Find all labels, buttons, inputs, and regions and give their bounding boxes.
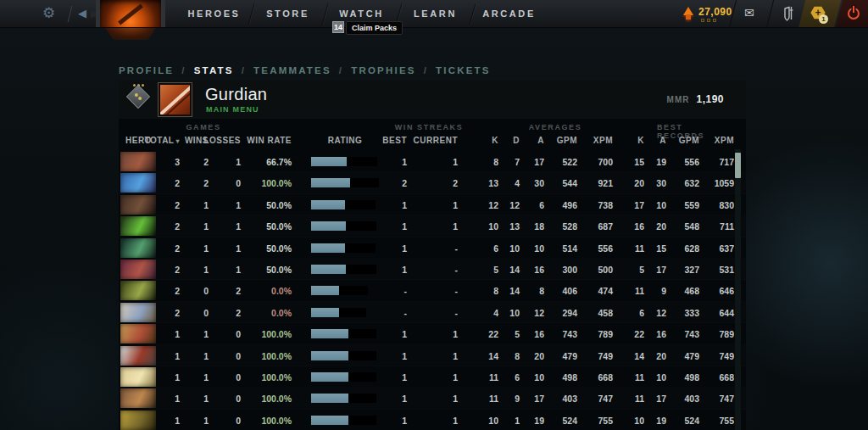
table-row[interactable]: 21150.0%1-51416300500517327531 [119,259,746,280]
nav-item-store[interactable]: STORE [251,0,325,28]
cell-a: 17 [534,157,544,167]
nav-back-icon[interactable]: ◀ [78,7,86,20]
shards-balance: 27,090 [698,6,732,18]
hero-icon[interactable] [120,152,156,171]
table-row[interactable]: 110100.0%11116104986681110498668 [119,366,746,388]
cell-rgpm: 479 [684,351,699,361]
hero-icon[interactable] [120,303,156,322]
rating-bar-fill [311,243,345,253]
cell-d: 10 [509,243,520,254]
table-row[interactable]: 220100.0%221343054492120306321059 [119,172,746,193]
cell-rxpm: 531 [719,265,734,275]
col-header-total[interactable]: TOTAL▾ [145,136,180,145]
cell-k: 12 [488,200,498,210]
dota-logo-tile[interactable] [96,0,165,28]
table-row[interactable]: 110100.0%11101195247551019524755 [119,410,746,430]
cell-k: 8 [493,157,498,167]
cell-d: 7 [515,157,520,167]
col-header-rec-gpm[interactable]: GPM [679,136,699,145]
cell-rk: 5 [639,265,644,275]
mmr-display: MMR 1,190 [667,93,724,105]
hero-icon[interactable] [120,346,156,366]
cell-rxpm: 646 [719,286,734,296]
hero-icon[interactable] [120,324,156,343]
col-header-rec-a[interactable]: A [659,136,666,145]
hero-icon[interactable] [120,367,156,387]
cell-rk: 10 [634,416,644,426]
table-header-row: HERO TOTAL▾ WINS LOSSES WIN RATE RATING … [119,134,746,149]
hero-icon[interactable] [120,173,156,193]
col-header-losses[interactable]: LOSSES [203,136,241,145]
col-header-avg-xpm[interactable]: XPM [593,136,613,145]
tab-tickets[interactable]: TICKETS [436,65,491,75]
cell-current: - [455,308,459,318]
nav-right-cluster: 27,090 ✉ + 1 [673,0,868,28]
table-row[interactable]: 2020.0%--41012294458612333644 [119,302,746,323]
mail-icon[interactable]: ✉ [744,6,754,20]
cell-rk: 17 [634,200,644,210]
table-row[interactable]: 21150.0%111013185286871620548711 [119,215,746,237]
table-row[interactable]: 2020.0%--8148406474119468646 [119,280,746,301]
rating-bar [311,286,368,295]
hero-icon[interactable] [120,260,156,279]
col-header-avg-a[interactable]: A [537,136,544,145]
col-header-avg-gpm[interactable]: GPM [557,136,577,145]
settings-gear-icon[interactable]: ⚙ [42,4,55,22]
cell-a: 8 [539,286,544,296]
hero-icon[interactable] [120,216,156,236]
table-row[interactable]: 110100.0%11225167437892216743789 [119,323,746,344]
cell-best: 2 [402,178,407,188]
cell-losses: 1 [236,243,241,254]
cell-a: 16 [534,329,544,339]
armory-icon[interactable] [780,6,794,25]
cell-rxpm: 1059 [715,178,734,188]
col-header-avg-k[interactable]: K [492,136,498,145]
col-header-rec-k[interactable]: K [637,136,644,145]
add-content-hex-icon[interactable]: + 1 [810,6,827,21]
cell-a: 30 [534,178,544,188]
cell-ra: 10 [656,200,666,210]
col-header-win-rate[interactable]: WIN RATE [247,136,292,145]
nav-divider [68,6,73,22]
col-header-avg-d[interactable]: D [513,136,520,145]
cell-total: 1 [175,329,180,339]
hero-icon[interactable] [120,238,156,258]
hero-icon[interactable] [120,281,156,300]
rating-bar [311,265,376,274]
cell-rgpm: 548 [684,221,699,232]
cell-xpm: 738 [598,200,613,210]
cell-ra: 12 [656,308,666,318]
cell-win_rate: 50.0% [266,243,292,254]
cell-gpm: 743 [562,329,577,339]
power-button-icon[interactable] [848,8,860,20]
table-row[interactable]: 21150.0%1-610105145561115628637 [119,237,746,259]
hero-icon[interactable] [120,410,156,430]
profile-header: Gurdian MAIN MENU MMR 1,190 [119,81,746,119]
tab-teammates[interactable]: TEAMMATES [253,65,331,75]
col-header-rec-xpm[interactable]: XPM [715,136,734,145]
stats-table-panel: GAMES WIN STREAKS AVERAGES BEST RECORDS … [119,119,746,430]
avatar[interactable] [158,82,192,117]
tab-trophies[interactable]: TROPHIES [351,65,415,75]
nav-item-arcade[interactable]: ARCADE [472,0,546,28]
nav-item-heroes[interactable]: HEROES [177,0,251,28]
scrollbar-thumb[interactable] [735,153,741,178]
claim-packs-tooltip[interactable]: 14 Claim Packs [332,21,403,35]
scrollbar-track[interactable] [735,149,741,430]
table-row[interactable]: 32166.7%1187175227001519556717 [119,151,746,172]
table-row[interactable]: 110100.0%11148204797491420479749 [119,345,746,366]
table-row[interactable]: 21150.0%11121264967381710559830 [119,194,746,215]
col-header-current[interactable]: CURRENT [414,136,458,145]
cell-gpm: 544 [562,178,577,188]
hero-icon[interactable] [120,388,156,408]
col-header-best[interactable]: BEST [382,136,407,145]
col-header-rating[interactable]: RATING [311,136,379,145]
table-row[interactable]: 110100.0%11119174037471117403747 [119,388,746,409]
hero-icon[interactable] [120,195,156,215]
cell-best: - [404,286,408,296]
cell-best: 1 [402,243,407,254]
nav-item-learn[interactable]: LEARN [398,0,472,28]
tab-profile[interactable]: PROFILE [119,65,174,75]
tab-stats[interactable]: STATS [194,65,234,75]
cell-wins: 1 [203,221,209,232]
